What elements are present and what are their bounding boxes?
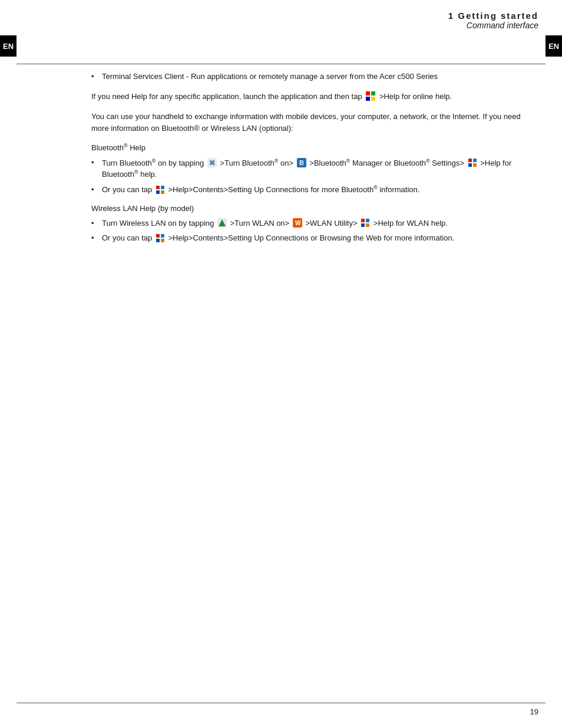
- en-tab-right: EN: [546, 35, 562, 57]
- bluetooth-heading: Bluetooth® Help: [91, 143, 530, 152]
- terminal-services-item: Terminal Services Client - Run applicati…: [91, 71, 530, 83]
- exchange-info-paragraph: You can use your handheld to exchange in…: [91, 111, 530, 134]
- bottom-divider: [16, 703, 546, 703]
- bluetooth-item-1: Turn Bluetooth® on by tapping ⌘ >Turn Bl…: [91, 157, 530, 180]
- svg-rect-27: [161, 239, 164, 242]
- help-para-text1: If you need Help for any specific applic…: [91, 92, 362, 101]
- bluetooth-list: Turn Bluetooth® on by tapping ⌘ >Turn Bl…: [91, 157, 530, 195]
- svg-rect-3: [371, 97, 375, 101]
- svg-rect-8: [468, 159, 472, 162]
- svg-text:⌘: ⌘: [209, 160, 215, 166]
- wlan-bullet1-end: >Help for WLAN help.: [373, 219, 448, 228]
- en-tab-right-label: EN: [548, 42, 559, 51]
- bt-bullet2-pre: Or you can tap: [102, 185, 154, 194]
- svg-rect-23: [366, 223, 369, 227]
- svg-rect-1: [371, 91, 375, 95]
- en-tab-left-label: EN: [3, 42, 14, 51]
- wlan-bullet1-mid: >Turn WLAN on>: [230, 219, 292, 228]
- bt-bullet1-pre: Turn Bluetooth® on by tapping: [102, 159, 206, 167]
- bluetooth-heading-text: Bluetooth® Help: [91, 143, 146, 152]
- svg-rect-12: [156, 186, 160, 189]
- svg-rect-21: [366, 219, 369, 222]
- terminal-services-text: Terminal Services Client - Run applicati…: [102, 72, 438, 81]
- svg-rect-20: [361, 219, 365, 222]
- chapter-subtitle: Command interface: [448, 21, 538, 30]
- svg-text:B: B: [299, 159, 304, 166]
- help-para-text2: >Help for online help.: [379, 92, 452, 101]
- svg-rect-24: [156, 234, 160, 238]
- wlan-help-icon-1: [361, 218, 370, 228]
- svg-rect-25: [161, 234, 164, 238]
- svg-rect-26: [156, 239, 160, 242]
- svg-rect-0: [366, 91, 370, 95]
- svg-rect-10: [468, 163, 472, 167]
- svg-rect-13: [161, 186, 164, 189]
- svg-rect-14: [156, 190, 160, 194]
- wlan-heading-text: Wireless LAN Help (by model): [91, 204, 194, 213]
- svg-text:W: W: [295, 220, 301, 226]
- bt-bullet1-post: >Bluetooth® Manager or Bluetooth® Settin…: [309, 159, 466, 167]
- wlan-bullet1-pre: Turn Wireless LAN on by tapping: [102, 219, 216, 228]
- bt-bullet1-mid: >Turn Bluetooth® on>: [220, 159, 295, 167]
- wlan-start-icon: [217, 218, 227, 228]
- terminal-services-list: Terminal Services Client - Run applicati…: [91, 71, 530, 83]
- en-tab-left: EN: [0, 35, 16, 57]
- bluetooth-help-icon-1: [468, 158, 477, 167]
- wlan-bullet1-post: >WLAN Utility>: [305, 219, 359, 228]
- svg-rect-22: [361, 223, 365, 227]
- bluetooth-start-icon: ⌘: [207, 158, 217, 167]
- bluetooth-manager-icon: B: [297, 158, 306, 167]
- main-content: Terminal Services Client - Run applicati…: [91, 71, 530, 693]
- bluetooth-help-icon-2: [156, 185, 165, 195]
- wlan-item-1: Turn Wireless LAN on by tapping >Turn WL…: [91, 218, 530, 229]
- bluetooth-item-2: Or you can tap >Help>Contents>Setting Up…: [91, 184, 530, 196]
- wlan-utility-icon: W: [293, 218, 302, 228]
- windows-flag-icon-1: [365, 91, 376, 101]
- wlan-bullet2-post: >Help>Contents>Setting Up Connections or…: [168, 233, 455, 242]
- bt-bullet2-post: >Help>Contents>Setting Up Connections fo…: [168, 185, 420, 194]
- page-number: 19: [530, 707, 538, 716]
- wlan-help-icon-2: [156, 233, 165, 243]
- wlan-bullet2-pre: Or you can tap: [102, 233, 154, 242]
- svg-rect-15: [161, 190, 164, 194]
- svg-rect-9: [473, 159, 477, 162]
- wlan-heading: Wireless LAN Help (by model): [91, 204, 530, 213]
- help-paragraph: If you need Help for any specific applic…: [91, 91, 530, 103]
- chapter-title: 1 Getting started: [448, 11, 538, 21]
- wlan-list: Turn Wireless LAN on by tapping >Turn WL…: [91, 218, 530, 244]
- svg-rect-11: [473, 163, 477, 167]
- svg-rect-2: [366, 97, 370, 101]
- top-divider: [16, 64, 546, 64]
- exchange-info-text: You can use your handheld to exchange in…: [91, 112, 521, 133]
- wlan-item-2: Or you can tap >Help>Contents>Setting Up…: [91, 232, 530, 244]
- page-header: 1 Getting started Command interface: [448, 11, 538, 30]
